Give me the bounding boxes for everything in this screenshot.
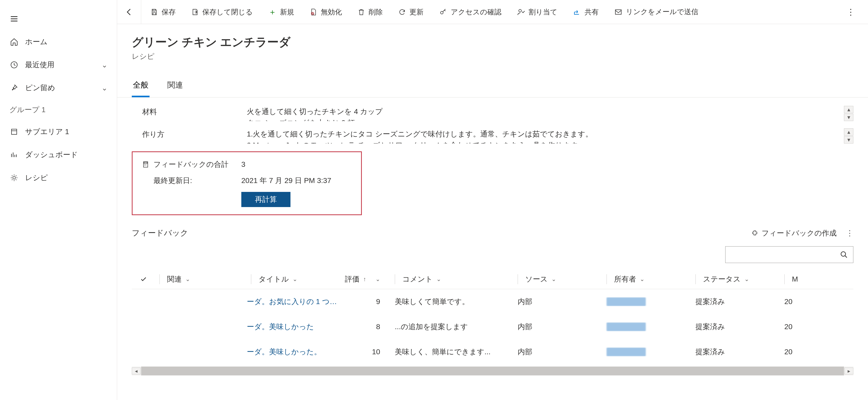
- refresh-icon: [398, 8, 406, 16]
- col-title[interactable]: タイトル⌄: [247, 274, 344, 284]
- search-icon: [840, 251, 848, 258]
- check-access-label: アクセスの確認: [451, 7, 501, 17]
- grid-horizontal-scrollbar[interactable]: ◂▸: [132, 367, 854, 375]
- svg-point-5: [519, 9, 521, 12]
- row-owner: [602, 322, 691, 331]
- key-icon: [439, 8, 447, 16]
- assign-button[interactable]: 割り当て: [511, 0, 564, 24]
- sidebar: ホーム 最近使用 ⌄ ピン留め ⌄ グループ 1 サブエリア 1: [0, 0, 117, 400]
- feedback-search-input[interactable]: [725, 246, 854, 263]
- entity-name: レシピ: [132, 52, 854, 61]
- feedback-section-header: フィードバック フィードバックの作成 ⋮: [132, 228, 854, 239]
- nav-dashboard-label: ダッシュボード: [25, 150, 78, 160]
- col-status[interactable]: ステータス⌄: [691, 274, 780, 284]
- back-button[interactable]: [117, 0, 141, 24]
- tab-related[interactable]: 関連: [166, 76, 184, 97]
- row-comment: 美味しくて簡単です。: [391, 297, 514, 307]
- last-updated-value: 2021 年 7 月 29 日 PM 3:37: [241, 176, 331, 186]
- delete-button[interactable]: 削除: [351, 0, 389, 24]
- new-label: 新規: [280, 7, 294, 17]
- assign-label: 割り当て: [529, 7, 557, 17]
- row-source: 内部: [514, 322, 602, 332]
- dashboard-icon: [9, 151, 19, 159]
- nav-hamburger[interactable]: [0, 7, 117, 30]
- nav-dashboard[interactable]: ダッシュボード: [0, 143, 117, 166]
- col-m[interactable]: M: [780, 274, 801, 284]
- save-close-button[interactable]: 保存して閉じる: [185, 0, 259, 24]
- row-owner: [602, 297, 691, 306]
- field-ingredients-scrollbar[interactable]: ▴▾: [844, 106, 854, 121]
- svg-point-2: [13, 177, 16, 179]
- new-button[interactable]: ＋ 新規: [262, 0, 301, 24]
- feedback-more-button[interactable]: ⋮: [846, 229, 854, 237]
- nav-recipe[interactable]: レシピ: [0, 166, 117, 189]
- nav-home-label: ホーム: [25, 37, 48, 47]
- subarea-icon: [9, 128, 19, 136]
- feedback-total-label: フィードバックの合計: [153, 159, 228, 170]
- grid-row[interactable]: グリーン チキン エンチラーダ。美味しかった。 10 美味しく、簡単にできます.…: [132, 339, 854, 364]
- grid-row[interactable]: グリーン チキン エンチラーダ。お気に入りの 1 つです 9 美味しくて簡単です…: [132, 289, 854, 314]
- row-source: 内部: [514, 347, 602, 357]
- save-button[interactable]: 保存: [144, 0, 182, 24]
- recalculate-button[interactable]: 再計算: [241, 192, 290, 207]
- col-select-all[interactable]: [132, 276, 155, 283]
- field-ingredients-text: 火を通して細く切ったチキンを 4 カップ タコ シーズニングを大さじ 2 杯: [247, 106, 838, 121]
- grid-row[interactable]: グリーン チキン エンチラーダ。美味しかった 8 ...の追加を提案します 内部…: [132, 314, 854, 339]
- feedback-section-title: フィードバック: [132, 228, 188, 239]
- row-m: 20: [780, 348, 801, 356]
- chevron-down-icon: ⌄: [101, 84, 107, 92]
- row-title-link[interactable]: グリーン チキン エンチラーダ。美味しかった。: [247, 347, 339, 357]
- feedback-grid: 関連⌄ タイトル⌄ 評価↑ ⌄ コメント⌄ ソース⌄ 所有者⌄ ステータス⌄ M…: [132, 269, 854, 375]
- command-bar: 保存 保存して閉じる ＋ 新規 無効化: [117, 0, 868, 24]
- calculator-icon: [142, 161, 149, 168]
- save-label: 保存: [162, 7, 176, 17]
- chevron-down-icon: ⌄: [101, 61, 107, 69]
- field-directions-label: 作り方: [142, 128, 247, 144]
- row-title-link[interactable]: グリーン チキン エンチラーダ。美味しかった: [247, 322, 339, 332]
- field-ingredients-value[interactable]: 火を通して細く切ったチキンを 4 カップ タコ シーズニングを大さじ 2 杯 ▴…: [247, 106, 854, 121]
- create-feedback-button[interactable]: フィードバックの作成: [751, 228, 837, 238]
- row-title-link[interactable]: グリーン チキン エンチラーダ。お気に入りの 1 つです: [247, 297, 339, 307]
- row-comment: ...の追加を提案します: [391, 322, 514, 332]
- row-m: 20: [780, 322, 801, 331]
- check-access-button[interactable]: アクセスの確認: [433, 0, 508, 24]
- more-commands-button[interactable]: ⋮: [839, 7, 863, 17]
- grid-header-row: 関連⌄ タイトル⌄ 評価↑ ⌄ コメント⌄ ソース⌄ 所有者⌄ ステータス⌄ M: [132, 269, 854, 289]
- row-m: 20: [780, 298, 801, 306]
- field-directions-scrollbar[interactable]: ▴▾: [844, 128, 854, 144]
- field-directions-value[interactable]: 1.火を通して細く切ったチキンにタコ シーズニングで味付けします。通常、チキンは…: [247, 128, 854, 144]
- row-rating: 10: [344, 348, 391, 356]
- nav-pinned[interactable]: ピン留め ⌄: [0, 76, 117, 99]
- nav-home[interactable]: ホーム: [0, 30, 117, 53]
- col-rating[interactable]: 評価↑ ⌄: [344, 274, 391, 284]
- deactivate-label: 無効化: [321, 7, 342, 17]
- save-close-label: 保存して閉じる: [203, 7, 253, 17]
- row-status: 提案済み: [691, 297, 780, 307]
- tab-general[interactable]: 全般: [132, 76, 150, 97]
- col-owner[interactable]: 所有者⌄: [602, 274, 691, 284]
- record-header: グリーン チキン エンチラーダ レシピ: [117, 24, 868, 61]
- row-status: 提案済み: [691, 322, 780, 332]
- email-link-button[interactable]: リンクをメールで送信: [608, 0, 690, 24]
- refresh-button[interactable]: 更新: [392, 0, 430, 24]
- nav-recent-label: 最近使用: [25, 60, 54, 70]
- svg-rect-8: [144, 162, 147, 164]
- nav-subarea-label: サブエリア 1: [25, 127, 69, 137]
- col-related[interactable]: 関連⌄: [155, 274, 247, 284]
- share-button[interactable]: 共有: [567, 0, 605, 24]
- save-icon: [151, 8, 158, 16]
- svg-point-9: [841, 252, 846, 256]
- pin-icon: [9, 84, 19, 92]
- share-label: 共有: [585, 7, 599, 17]
- deactivate-button[interactable]: 無効化: [304, 0, 348, 24]
- row-source: 内部: [514, 297, 602, 307]
- nav-recipe-label: レシピ: [25, 173, 48, 183]
- plus-icon: ＋: [269, 8, 276, 16]
- nav-subarea-1[interactable]: サブエリア 1: [0, 120, 117, 143]
- nav-recent[interactable]: 最近使用 ⌄: [0, 53, 117, 76]
- assign-icon: [517, 8, 525, 16]
- svg-rect-6: [615, 10, 621, 14]
- col-comment[interactable]: コメント⌄: [391, 274, 514, 284]
- feedback-total-value: 3: [241, 160, 246, 168]
- col-source[interactable]: ソース⌄: [514, 274, 602, 284]
